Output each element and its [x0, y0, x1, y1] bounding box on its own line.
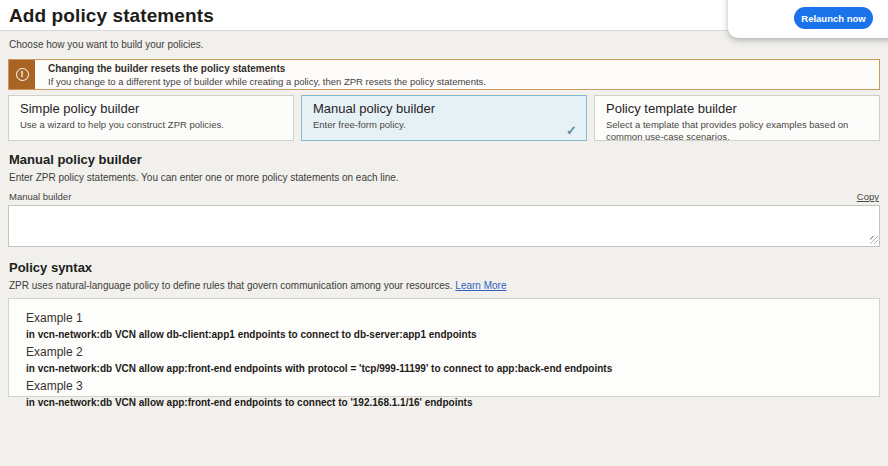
policy-syntax-description-text: ZPR uses natural-language policy to defi… — [9, 280, 453, 291]
builder-card-row: Simple policy builder Use a wizard to he… — [8, 95, 880, 141]
relaunch-now-button[interactable]: Relaunch now — [794, 7, 873, 29]
manual-builder-field-row: Manual builder Copy — [9, 191, 879, 202]
warning-banner-title: Changing the builder resets the policy s… — [48, 63, 486, 74]
browser-update-toast: relaunch Chrome to apply the update Rela… — [728, 0, 888, 38]
manual-builder-field-label: Manual builder — [9, 191, 71, 202]
card-policy-template-builder[interactable]: Policy template builder Select a templat… — [594, 95, 880, 141]
card-title: Manual policy builder — [313, 101, 575, 116]
learn-more-link[interactable]: Learn More — [455, 280, 506, 291]
card-manual-policy-builder[interactable]: Manual policy builder Enter free-form po… — [301, 95, 587, 141]
example-statement: in vcn-network:db VCN allow app:front-en… — [26, 363, 862, 374]
warning-banner: ! Changing the builder resets the policy… — [8, 59, 880, 90]
card-description: Select a template that provides policy e… — [606, 119, 868, 143]
warning-banner-text: Changing the builder resets the policy s… — [35, 60, 486, 89]
example-statement: in vcn-network:db VCN allow db-client:ap… — [26, 329, 862, 340]
policy-syntax-description: ZPR uses natural-language policy to defi… — [9, 280, 880, 291]
warning-banner-body: If you change to a different type of bui… — [48, 76, 486, 87]
warning-banner-accent: ! — [9, 60, 35, 89]
copy-link[interactable]: Copy — [857, 191, 879, 202]
example-label: Example 2 — [26, 345, 862, 359]
policy-syntax-heading: Policy syntax — [9, 260, 880, 275]
main-content: Choose how you want to build your polici… — [0, 31, 888, 397]
example-label: Example 3 — [26, 379, 862, 393]
alert-icon: ! — [16, 68, 29, 81]
card-title: Simple policy builder — [20, 101, 282, 116]
manual-builder-textarea-wrap — [8, 205, 880, 247]
manual-builder-heading: Manual policy builder — [9, 152, 880, 167]
policy-examples-panel: Example 1 in vcn-network:db VCN allow db… — [8, 298, 880, 397]
intro-text: Choose how you want to build your polici… — [9, 39, 880, 50]
card-simple-policy-builder[interactable]: Simple policy builder Use a wizard to he… — [8, 95, 294, 141]
card-title: Policy template builder — [606, 101, 868, 116]
example-label: Example 1 — [26, 311, 862, 325]
manual-builder-textarea[interactable] — [8, 205, 880, 247]
checkmark-icon: ✓ — [566, 123, 577, 138]
card-description: Enter free-form policy. — [313, 119, 575, 131]
card-description: Use a wizard to help you construct ZPR p… — [20, 119, 282, 131]
resize-handle-icon[interactable] — [870, 236, 878, 244]
manual-builder-description: Enter ZPR policy statements. You can ent… — [9, 172, 880, 183]
example-statement: in vcn-network:db VCN allow app:front-en… — [26, 397, 862, 408]
